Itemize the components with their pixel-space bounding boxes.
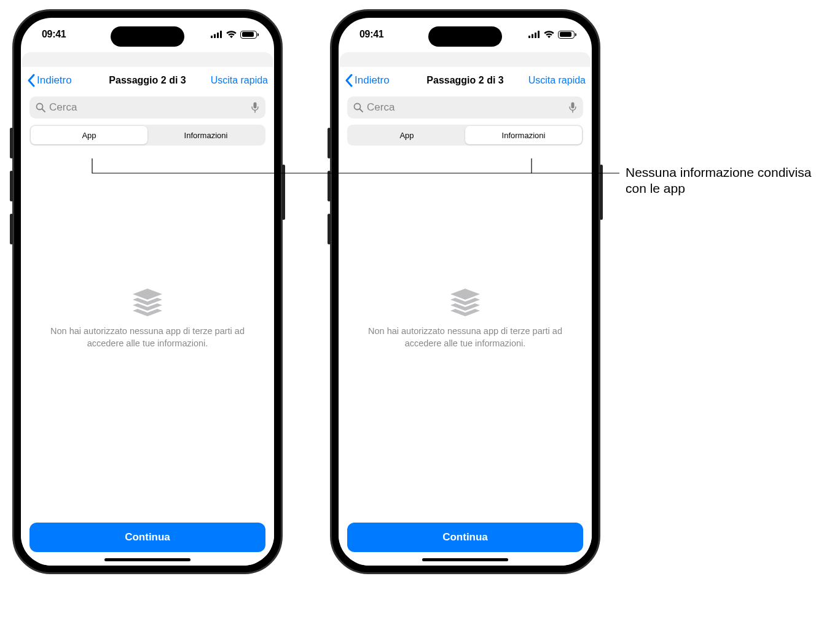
segment-info[interactable]: Informazioni <box>465 126 582 144</box>
sheet-grabber-area <box>22 52 273 67</box>
screen-right: 09:41 Indietro Passaggio 2 di 3 Uscita r… <box>339 18 592 566</box>
cellular-icon <box>211 31 222 38</box>
empty-message: Non hai autorizzato nessuna app di terze… <box>357 325 573 349</box>
wifi-icon <box>226 31 237 38</box>
back-button[interactable]: Indietro <box>27 74 72 87</box>
back-label: Indietro <box>355 74 390 87</box>
svg-rect-6 <box>254 103 257 109</box>
search-icon <box>36 103 45 112</box>
search-input[interactable]: Cerca <box>347 96 583 119</box>
nav-bar: Indietro Passaggio 2 di 3 Uscita rapida <box>21 67 274 94</box>
nav-title: Passaggio 2 di 3 <box>426 75 503 86</box>
bottom-bar: Continua <box>21 516 274 566</box>
quick-exit-button[interactable]: Uscita rapida <box>528 75 586 86</box>
battery-icon <box>558 31 575 39</box>
svg-rect-1 <box>214 34 216 39</box>
quick-exit-button[interactable]: Uscita rapida <box>211 75 268 86</box>
svg-rect-8 <box>528 36 530 38</box>
svg-rect-14 <box>571 103 575 109</box>
svg-rect-10 <box>535 33 536 38</box>
svg-rect-11 <box>538 31 540 38</box>
cellular-icon <box>528 31 540 38</box>
callout-text: Nessuna informazione condivisa con le ap… <box>626 165 828 197</box>
svg-rect-2 <box>217 33 219 38</box>
screen-left: 09:41 Indietro Passaggio 2 di 3 Uscita r… <box>21 18 274 566</box>
continue-button[interactable]: Continua <box>29 523 265 552</box>
svg-rect-9 <box>532 34 533 39</box>
search-placeholder: Cerca <box>49 101 77 114</box>
nav-bar: Indietro Passaggio 2 di 3 Uscita rapida <box>339 67 592 94</box>
svg-line-5 <box>42 109 45 112</box>
mic-icon[interactable] <box>568 102 577 113</box>
status-icons <box>211 31 257 39</box>
iphone-frame-right: 09:41 Indietro Passaggio 2 di 3 Uscita r… <box>330 9 600 574</box>
back-button[interactable]: Indietro <box>345 74 390 87</box>
search-input[interactable]: Cerca <box>29 96 265 119</box>
chevron-left-icon <box>27 74 36 87</box>
stack-icon <box>129 287 166 317</box>
dynamic-island <box>111 26 184 47</box>
segmented-control: App Informazioni <box>29 125 265 146</box>
svg-rect-3 <box>220 31 222 38</box>
home-indicator <box>422 558 508 561</box>
nav-title: Passaggio 2 di 3 <box>109 75 186 86</box>
segment-app[interactable]: App <box>31 126 147 144</box>
dynamic-island <box>428 26 502 47</box>
battery-icon <box>240 31 257 39</box>
mic-icon[interactable] <box>251 102 259 113</box>
back-label: Indietro <box>37 74 72 87</box>
wifi-icon <box>544 31 554 38</box>
segmented-control: App Informazioni <box>347 125 583 146</box>
search-placeholder: Cerca <box>367 101 394 114</box>
empty-message: Non hai autorizzato nessuna app di terze… <box>39 325 256 349</box>
chevron-left-icon <box>345 74 353 87</box>
svg-line-13 <box>360 109 363 112</box>
svg-rect-0 <box>211 36 213 38</box>
bottom-bar: Continua <box>339 516 592 566</box>
home-indicator <box>104 558 190 561</box>
continue-button[interactable]: Continua <box>347 523 583 552</box>
content-empty-state: Non hai autorizzato nessuna app di terze… <box>21 146 274 566</box>
status-time: 09:41 <box>42 29 66 40</box>
search-icon <box>353 103 363 112</box>
status-time: 09:41 <box>359 29 383 40</box>
content-empty-state: Non hai autorizzato nessuna app di terze… <box>339 146 592 566</box>
segment-app[interactable]: App <box>348 126 465 144</box>
status-icons <box>528 31 575 39</box>
iphone-frame-left: 09:41 Indietro Passaggio 2 di 3 Uscita r… <box>12 9 283 574</box>
stack-icon <box>447 287 484 317</box>
segment-info[interactable]: Informazioni <box>147 126 264 144</box>
sheet-grabber-area <box>340 52 591 67</box>
